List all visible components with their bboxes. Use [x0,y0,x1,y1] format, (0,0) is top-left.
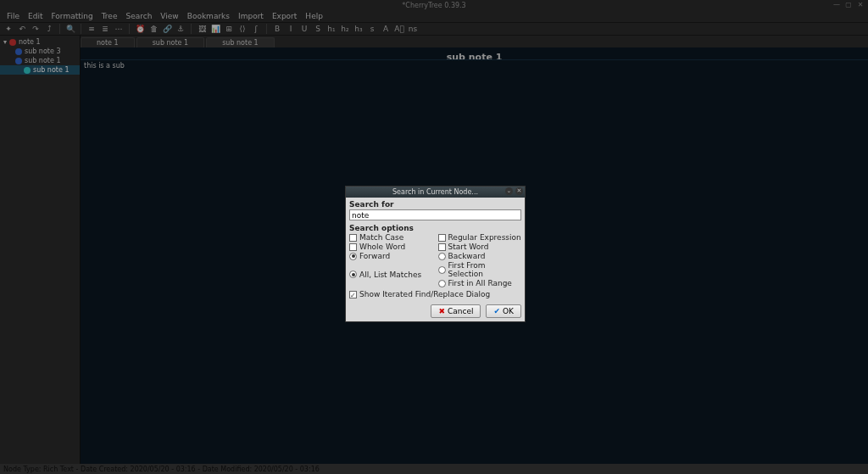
toolbar-link-icon[interactable]: 🔗 [162,24,172,34]
toolbar-up-icon[interactable]: ⤴ [44,24,54,34]
radio-icon [438,253,446,260]
statusbar: Node Type: Rich Text - Date Created: 202… [0,464,868,474]
dialog-title: Search in Current Node... [392,188,478,196]
tab-label: sub note 1 [222,39,259,47]
toolbar-zoom-icon[interactable]: 🔍 [65,24,75,34]
opt-first-from-selection[interactable]: First From Selection [438,261,522,278]
opt-first-in-all-range[interactable]: First in All Range [438,279,522,287]
dialog-collapse-button[interactable]: ⌄ [505,187,513,195]
toolbar-list2-icon[interactable]: ≣ [100,24,110,34]
opt-label: Show Iterated Find/Replace Dialog [359,290,490,298]
opt-regular-expression[interactable]: Regular Expression [438,233,522,242]
tree-node[interactable]: ▾ note 1 [0,37,80,47]
opt-start-word[interactable]: Start Word [438,243,522,251]
ok-icon: ✔ [493,307,500,315]
toolbar-table-icon[interactable]: 📊 [210,24,220,34]
dialog-close-button[interactable]: ✕ [515,187,523,195]
toolbar-italic-icon[interactable]: I [286,24,296,34]
window-title: *CherryTree 0.39.3 [402,2,465,9]
toolbar-bold-icon[interactable]: B [272,24,282,34]
toolbar-underline-icon[interactable]: U [299,24,309,34]
opt-forward[interactable]: Forward [349,252,433,260]
ok-button[interactable]: ✔ OK [486,304,521,318]
tab-label: note 1 [97,39,119,47]
toolbar-h2-icon[interactable]: h₂ [340,24,350,34]
toolbar-list3-icon[interactable]: ⋯ [114,24,124,34]
menu-tree[interactable]: Tree [98,12,121,20]
expand-icon[interactable]: ▾ [3,38,7,46]
tree-node-selected[interactable]: sub note 1 [0,65,80,75]
tab[interactable]: note 1 [81,37,135,47]
opt-backward[interactable]: Backward [438,252,522,260]
toolbar-redo-icon[interactable]: ↷ [31,24,41,34]
node-icon [9,39,16,46]
menu-search[interactable]: Search [122,12,155,20]
tab-active[interactable]: sub note 1 [206,37,275,47]
window-titlebar: *CherryTree 0.39.3 — ▢ ✕ [0,0,868,10]
toolbar-codebox-icon[interactable]: ⊞ [224,24,234,34]
menu-help[interactable]: Help [302,12,326,20]
menu-import[interactable]: Import [235,12,267,20]
tab-label: sub note 1 [153,39,189,47]
radio-icon [438,280,446,287]
tree-node-label: note 1 [19,38,41,46]
toolbar-nostyle-icon[interactable]: ns [408,24,418,34]
opt-label: First in All Range [448,279,512,287]
window-close-button[interactable]: ✕ [856,1,865,9]
opt-label: First From Selection [448,261,522,278]
toolbar-image-icon[interactable]: 🖼 [197,24,207,34]
note-title-bar: sub note 1 [81,47,868,59]
menu-file[interactable]: File [3,12,23,20]
toolbar-h1-icon[interactable]: h₁ [326,24,337,34]
search-for-label: Search for [349,200,521,209]
menu-view[interactable]: View [157,12,181,20]
window-maximize-button[interactable]: ▢ [844,1,853,9]
toolbar-node-icon[interactable]: ✦ [3,24,14,34]
opt-show-iterated[interactable]: Show Iterated Find/Replace Dialog [349,290,521,298]
toolbar-separator [129,24,130,34]
search-for-input[interactable] [349,209,521,220]
toolbar-time-icon[interactable]: ⏰ [135,24,145,34]
dialog-titlebar[interactable]: Search in Current Node... ⌄ ✕ [346,187,525,198]
toolbar-undo-icon[interactable]: ↶ [17,24,27,34]
tree-node[interactable]: sub note 3 [0,47,80,56]
toolbar-bgcolor-icon[interactable]: Aͭ [394,24,404,34]
menu-formatting[interactable]: Formatting [48,12,97,20]
tree-node[interactable]: sub note 1 [0,56,80,65]
button-label: OK [503,307,514,315]
radio-icon [349,270,357,278]
toolbar-fgcolor-icon[interactable]: A [381,24,391,34]
menubar: File Edit Formatting Tree Search View Bo… [0,10,868,22]
toolbar-trash-icon[interactable]: 🗑 [148,24,159,34]
window-minimize-button[interactable]: — [832,1,841,9]
toolbar-small-icon[interactable]: s [367,24,377,34]
toolbar-h3-icon[interactable]: h₃ [353,24,364,34]
menu-export[interactable]: Export [269,12,300,20]
menu-bookmarks[interactable]: Bookmarks [184,12,233,20]
toolbar-anchor-icon[interactable]: ⚓ [175,24,186,34]
toolbar-strike-icon[interactable]: S [313,24,323,34]
cancel-button[interactable]: ✖ Cancel [431,304,481,318]
tree-panel[interactable]: ▾ note 1 sub note 3 sub note 1 sub note … [0,36,81,464]
opt-label: Forward [359,252,390,260]
opt-whole-word[interactable]: Whole Word [349,243,433,251]
toolbar-separator [191,24,192,34]
statusbar-text: Node Type: Rich Text - Date Created: 202… [3,466,320,473]
tabs-row: note 1 sub note 1 sub note 1 [81,36,868,47]
node-icon [24,67,31,74]
toolbar-list1-icon[interactable]: ≡ [86,24,97,34]
toolbar-code-icon[interactable]: ⟨⟩ [237,24,248,34]
opt-match-case[interactable]: Match Case [349,233,433,242]
menu-edit[interactable]: Edit [25,12,46,20]
opt-label: Match Case [359,233,403,242]
radio-icon [349,253,357,260]
toolbar-symbol-icon[interactable]: ʃ [251,24,261,34]
checkbox-icon [438,243,446,251]
opt-all-list-matches[interactable]: All, List Matches [349,270,433,279]
tab[interactable]: sub note 1 [136,37,205,47]
tree-node-label: sub note 3 [25,47,61,55]
search-dialog: Search in Current Node... ⌄ ✕ Search for… [345,186,526,322]
checkbox-icon [438,234,446,242]
button-label: Cancel [448,307,474,315]
toolbar-separator [59,24,60,34]
